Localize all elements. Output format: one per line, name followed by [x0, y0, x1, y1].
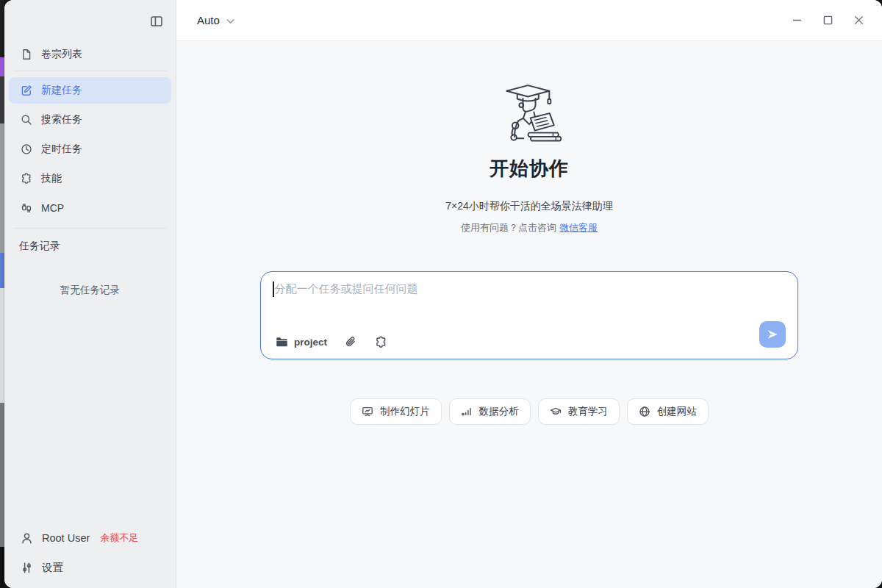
sidebar-nav: 卷宗列表 新建任务 搜索任务 [9, 41, 171, 224]
sidebar-footer: Root User 余额不足 设置 [9, 522, 171, 581]
page-title: 开始协作 [490, 156, 569, 182]
sidebar-item-case-files[interactable]: 卷宗列表 [9, 41, 171, 68]
folder-icon [276, 337, 288, 348]
minimize-icon [792, 15, 802, 25]
chip-label: 创建网站 [657, 405, 697, 418]
globe-icon [639, 406, 650, 417]
skills-plugin-button[interactable] [375, 336, 387, 348]
app-window: 卷宗列表 新建任务 搜索任务 [4, 0, 882, 588]
help-line: 使用有问题？点击咨询微信客服 [461, 221, 598, 234]
plug-icon [21, 202, 32, 214]
clock-icon [21, 143, 32, 155]
paperclip-icon [345, 336, 357, 348]
home-content: 开始协作 7×24小时帮你干活的全场景法律助理 使用有问题？点击咨询微信客服 分… [176, 41, 882, 588]
sidebar-item-mcp[interactable]: MCP [9, 195, 171, 221]
composer-toolbar: project [276, 336, 387, 348]
mode-label: Auto [197, 14, 220, 26]
sidebar-item-label: 新建任务 [41, 84, 82, 97]
window-controls [786, 10, 869, 31]
close-icon [854, 15, 864, 25]
suggestion-data-analysis[interactable]: 数据分析 [449, 398, 531, 425]
minimize-button[interactable] [786, 10, 807, 31]
task-composer[interactable]: 分配一个任务或提问任何问题 project [260, 271, 798, 359]
task-records-empty-state: 暂无任务记录 [4, 284, 176, 297]
maximize-icon [823, 15, 833, 25]
suggestion-create-website[interactable]: 创建网站 [627, 398, 709, 425]
composer-placeholder: 分配一个任务或提问任何问题 [275, 282, 418, 296]
chip-label: 制作幻灯片 [380, 405, 430, 418]
sidebar-item-label: 技能 [41, 172, 62, 185]
settings-label: 设置 [42, 561, 63, 575]
send-button[interactable] [759, 321, 786, 348]
chip-label: 数据分析 [479, 405, 519, 418]
send-icon [766, 328, 779, 341]
user-name: Root User [42, 532, 90, 544]
hero-subtitle: 7×24小时帮你干活的全场景法律助理 [445, 200, 613, 213]
desktop: { "titlebar": { "mode_label": "Auto", "c… [0, 0, 882, 588]
project-selector[interactable]: project [276, 337, 327, 348]
sliders-icon [21, 562, 33, 574]
search-icon [21, 114, 32, 126]
help-text: 使用有问题？点击咨询 [461, 222, 556, 233]
main-area: Auto [176, 0, 882, 588]
insufficient-balance-badge[interactable]: 余额不足 [100, 531, 138, 545]
panel-left-icon [150, 15, 163, 28]
sidebar-item-label: 搜索任务 [41, 113, 82, 126]
maximize-button[interactable] [817, 10, 838, 31]
graduation-cap-icon [550, 406, 562, 417]
sidebar: 卷宗列表 新建任务 搜索任务 [4, 0, 176, 588]
sidebar-collapse-button[interactable] [149, 14, 164, 29]
suggestion-make-slides[interactable]: 制作幻灯片 [350, 398, 442, 425]
robot-scholar-illustration [486, 82, 573, 142]
close-button[interactable] [848, 10, 869, 31]
user-account-row[interactable]: Root User 余额不足 [9, 525, 171, 551]
composer-input[interactable]: 分配一个任务或提问任何问题 [273, 282, 418, 297]
titlebar: Auto [176, 0, 882, 41]
model-mode-dropdown[interactable]: Auto [197, 14, 234, 26]
sidebar-item-label: 定时任务 [41, 143, 82, 156]
document-icon [21, 49, 32, 60]
edit-icon [21, 85, 32, 96]
settings-row[interactable]: 设置 [9, 554, 171, 581]
suggestion-chips: 制作幻灯片 数据分析 [350, 398, 709, 425]
task-records-header: 任务记录 [19, 240, 60, 253]
user-icon [21, 532, 33, 545]
bar-chart-icon [461, 406, 473, 417]
attach-file-button[interactable] [345, 336, 357, 348]
chip-label: 教育学习 [568, 405, 608, 418]
text-caret [273, 282, 274, 297]
sidebar-item-search-task[interactable]: 搜索任务 [9, 107, 171, 133]
project-label: project [294, 337, 327, 348]
presentation-icon [362, 406, 373, 417]
wechat-support-link[interactable]: 微信客服 [559, 222, 598, 233]
sidebar-item-new-task[interactable]: 新建任务 [9, 77, 171, 104]
sidebar-item-scheduled-task[interactable]: 定时任务 [9, 136, 171, 162]
puzzle-icon [21, 173, 32, 184]
puzzle-icon [375, 336, 387, 348]
sidebar-item-skills[interactable]: 技能 [9, 165, 171, 192]
chevron-down-icon [226, 18, 234, 24]
sidebar-item-label: 卷宗列表 [41, 48, 82, 61]
suggestion-education[interactable]: 教育学习 [538, 398, 620, 425]
sidebar-item-label: MCP [41, 202, 64, 214]
sidebar-divider [13, 228, 167, 229]
sidebar-divider [13, 71, 167, 71]
